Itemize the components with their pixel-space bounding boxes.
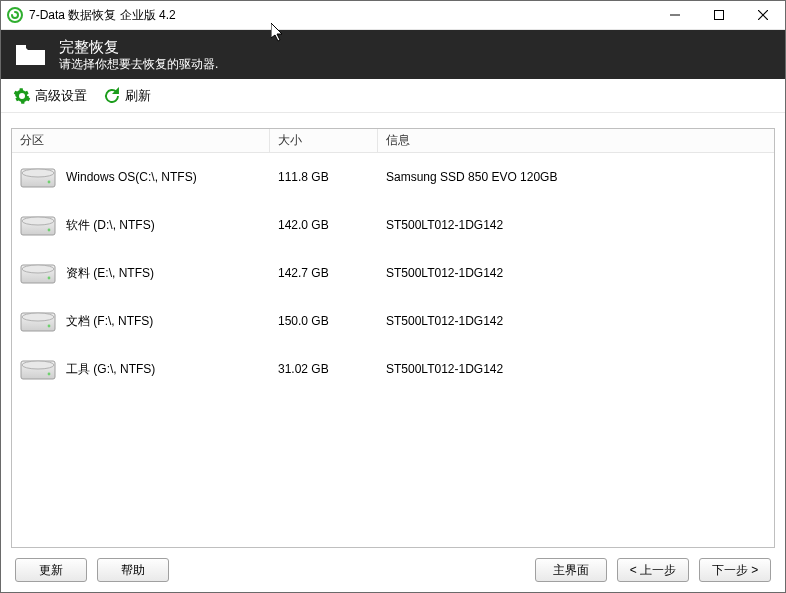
- refresh-button[interactable]: 刷新: [103, 87, 151, 105]
- drive-icon: [20, 355, 56, 383]
- help-button[interactable]: 帮助: [97, 558, 169, 582]
- svg-point-13: [22, 265, 54, 273]
- drive-info: ST500LT012-1DG142: [386, 218, 503, 232]
- folder-icon: [15, 43, 47, 67]
- update-button[interactable]: 更新: [15, 558, 87, 582]
- close-button[interactable]: [741, 1, 785, 29]
- drive-size: 150.0 GB: [278, 314, 329, 328]
- svg-point-14: [48, 277, 51, 280]
- next-button[interactable]: 下一步 >: [699, 558, 771, 582]
- column-header-info[interactable]: 信息: [378, 129, 774, 152]
- svg-point-20: [48, 373, 51, 376]
- maximize-button[interactable]: [697, 1, 741, 29]
- drive-info: ST500LT012-1DG142: [386, 314, 503, 328]
- svg-rect-5: [16, 45, 26, 49]
- drive-name: 资料 (E:\, NTFS): [66, 265, 154, 282]
- svg-point-0: [8, 8, 22, 22]
- drive-size: 31.02 GB: [278, 362, 329, 376]
- svg-point-7: [22, 169, 54, 177]
- drive-info: Samsung SSD 850 EVO 120GB: [386, 170, 557, 184]
- svg-rect-2: [715, 11, 724, 20]
- prev-button[interactable]: < 上一步: [617, 558, 689, 582]
- window-title: 7-Data 数据恢复 企业版 4.2: [29, 7, 176, 24]
- svg-point-17: [48, 325, 51, 328]
- drive-icon: [20, 307, 56, 335]
- refresh-icon: [103, 87, 121, 105]
- advanced-settings-label: 高级设置: [35, 87, 87, 105]
- drive-name: 工具 (G:\, NTFS): [66, 361, 155, 378]
- main-screen-button[interactable]: 主界面: [535, 558, 607, 582]
- banner-title: 完整恢复: [59, 38, 218, 55]
- drive-size: 142.7 GB: [278, 266, 329, 280]
- drive-row[interactable]: 文档 (F:\, NTFS) 150.0 GB ST500LT012-1DG14…: [12, 297, 774, 345]
- svg-point-10: [22, 217, 54, 225]
- minimize-button[interactable]: [653, 1, 697, 29]
- column-header-size[interactable]: 大小: [270, 129, 378, 152]
- list-header: 分区 大小 信息: [12, 129, 774, 153]
- svg-point-11: [48, 229, 51, 232]
- drive-icon: [20, 259, 56, 287]
- drive-name: 软件 (D:\, NTFS): [66, 217, 155, 234]
- svg-point-8: [48, 181, 51, 184]
- drive-size: 111.8 GB: [278, 170, 329, 184]
- banner-text: 完整恢复 请选择你想要去恢复的驱动器.: [59, 38, 218, 72]
- column-header-partition[interactable]: 分区: [12, 129, 270, 152]
- window-controls: [653, 1, 785, 29]
- drive-row[interactable]: 软件 (D:\, NTFS) 142.0 GB ST500LT012-1DG14…: [12, 201, 774, 249]
- bottom-bar: 更新 帮助 主界面 < 上一步 下一步 >: [1, 548, 785, 592]
- drive-name: 文档 (F:\, NTFS): [66, 313, 153, 330]
- banner-subtitle: 请选择你想要去恢复的驱动器.: [59, 57, 218, 72]
- drive-row[interactable]: Windows OS(C:\, NTFS) 111.8 GB Samsung S…: [12, 153, 774, 201]
- drive-icon: [20, 163, 56, 191]
- gear-icon: [13, 87, 31, 105]
- svg-point-16: [22, 313, 54, 321]
- drive-list-panel: 分区 大小 信息 Windows OS(C:\, NTFS) 111.8 GB …: [11, 128, 775, 548]
- drive-row[interactable]: 资料 (E:\, NTFS) 142.7 GB ST500LT012-1DG14…: [12, 249, 774, 297]
- drive-info: ST500LT012-1DG142: [386, 362, 503, 376]
- drive-name: Windows OS(C:\, NTFS): [66, 170, 197, 184]
- toolbar: 高级设置 刷新: [1, 79, 785, 113]
- svg-point-19: [22, 361, 54, 369]
- advanced-settings-button[interactable]: 高级设置: [13, 87, 87, 105]
- header-banner: 完整恢复 请选择你想要去恢复的驱动器.: [1, 30, 785, 79]
- refresh-label: 刷新: [125, 87, 151, 105]
- app-icon: [7, 7, 23, 23]
- drive-list: Windows OS(C:\, NTFS) 111.8 GB Samsung S…: [12, 153, 774, 393]
- title-bar: 7-Data 数据恢复 企业版 4.2: [1, 1, 785, 30]
- drive-icon: [20, 211, 56, 239]
- drive-info: ST500LT012-1DG142: [386, 266, 503, 280]
- drive-size: 142.0 GB: [278, 218, 329, 232]
- drive-row[interactable]: 工具 (G:\, NTFS) 31.02 GB ST500LT012-1DG14…: [12, 345, 774, 393]
